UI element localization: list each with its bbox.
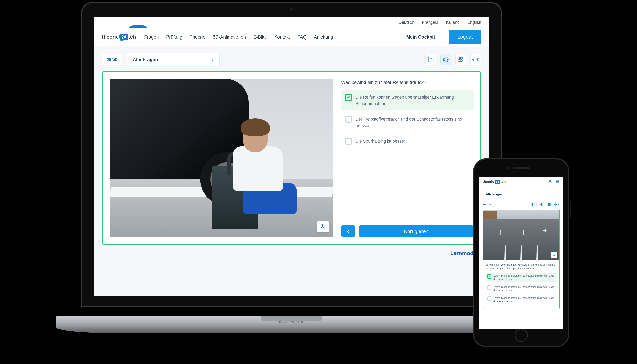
nav-ebike[interactable]: E-Bike	[253, 34, 267, 40]
chevron-right-icon: ›	[212, 56, 214, 62]
submit-button[interactable]: Korrigieren	[359, 226, 473, 237]
checkbox-empty-icon	[345, 116, 352, 123]
mobile-question-body: Lorem ipsum dolor sit amet, consectetur …	[483, 260, 559, 309]
caret-down-icon: ▼	[476, 57, 479, 62]
social-links	[102, 21, 113, 24]
answer-text-1: Die Reifen können wegen übermässiger Erw…	[355, 94, 470, 107]
brand-suffix: .ch	[129, 34, 136, 40]
nav-3d[interactable]: 3D-Animationen	[213, 34, 246, 40]
lang-en[interactable]: English	[467, 20, 481, 25]
brand-badge: 24	[119, 33, 128, 40]
iphone-body: theorie 24 .ch Alle Fragen › 29/150	[473, 158, 569, 347]
checkbox-empty-icon	[487, 296, 491, 301]
mode-label[interactable]: Lernmodus	[94, 245, 489, 262]
mobile-sound-button[interactable]	[538, 202, 544, 207]
chevron-right-icon: ›	[555, 192, 556, 196]
question-text: Was bewirkt ein zu tiefer Reifenluftdruc…	[341, 79, 473, 86]
nav-anleitung[interactable]: Anleitung	[314, 34, 333, 40]
action-row: Korrigieren	[341, 226, 473, 237]
language-switcher: Deutsch Français Italiano English	[399, 20, 481, 25]
question-counter: 29/50	[102, 54, 122, 66]
desktop-app: Deutsch Français Italiano English theori…	[94, 16, 489, 296]
iphone-camera	[506, 166, 509, 169]
macbook-base: MacBook	[56, 316, 527, 334]
previous-question-button[interactable]	[341, 226, 355, 237]
lang-it[interactable]: Italiano	[446, 20, 460, 25]
brand-prefix: theorie	[483, 180, 494, 184]
mobile-answer-2[interactable]: Lorem ipsum dolor sit amet, consectetur …	[486, 284, 557, 294]
answer-text-3: Die Spurhaltung ist besser	[355, 138, 405, 145]
mobile-language-button[interactable]: ▼	[554, 202, 560, 207]
answer-text-2: Der Treibstoffverbrauch und der Schadsto…	[355, 116, 470, 129]
answer-option-1[interactable]: Die Reifen können wegen übermässiger Erw…	[341, 90, 473, 110]
nav-theorie[interactable]: Theorie	[190, 34, 205, 40]
iphone-side-button	[570, 200, 571, 218]
filter-label: Alle Fragen	[133, 57, 158, 62]
mobile-answer-1[interactable]: Lorem ipsum dolor sit amet, consectetur …	[486, 273, 557, 282]
instagram-icon[interactable]	[109, 21, 113, 24]
mobile-header: theorie 24 .ch	[479, 177, 563, 187]
lang-de[interactable]: Deutsch	[399, 20, 414, 25]
brand-logo[interactable]: theorie 24 .ch	[102, 34, 136, 40]
menu-icon[interactable]	[555, 180, 560, 184]
iphone-frame: theorie 24 .ch Alle Fragen › 29/150	[473, 158, 569, 347]
question-answers-panel: Was bewirkt ein zu tiefer Reifenluftdruc…	[341, 79, 473, 237]
mobile-question-counter: 29/150	[483, 203, 529, 206]
brand-prefix: theorie	[102, 34, 119, 40]
nav-faq[interactable]: FAQ	[297, 34, 306, 40]
main-nav: theorie 24 .ch Fragen Prüfung Theorie 3D…	[94, 28, 489, 46]
macbook-notch	[261, 316, 322, 321]
facebook-icon[interactable]	[102, 21, 105, 24]
question-filter-dropdown[interactable]: Alle Fragen ›	[127, 53, 220, 66]
mobile-viewport: theorie 24 .ch Alle Fragen › 29/150	[479, 177, 563, 329]
brand-suffix: .ch	[501, 180, 506, 184]
question-toolbar: 29/50 Alle Fragen › ▼	[94, 46, 489, 71]
help-button[interactable]	[425, 54, 436, 65]
nav-pruefung[interactable]: Prüfung	[166, 34, 182, 40]
macbook-camera	[290, 8, 293, 11]
brand-badge: 24	[495, 180, 500, 184]
checkbox-checked-icon	[487, 274, 491, 278]
mobile-brand-logo[interactable]: theorie 24 .ch	[483, 180, 506, 184]
mobile-filter-label: Alle Fragen	[486, 193, 503, 196]
zoom-image-button[interactable]	[317, 221, 329, 232]
mobile-filter-dropdown[interactable]: Alle Fragen ›	[483, 190, 560, 199]
answer-option-3[interactable]: Die Spurhaltung ist besser	[341, 134, 473, 148]
checkbox-empty-icon	[345, 138, 352, 145]
topbar: Deutsch Français Italiano English	[94, 16, 489, 28]
nav-items: Fragen Prüfung Theorie 3D-Animationen E-…	[144, 34, 398, 40]
question-image	[110, 79, 333, 237]
user-icon[interactable]	[548, 180, 552, 184]
question-image-scene	[110, 79, 333, 237]
language-button[interactable]: ▼	[470, 54, 481, 65]
my-cockpit-link[interactable]: Mein Cockpit	[406, 34, 435, 40]
mobile-zoom-button[interactable]	[551, 252, 557, 258]
macbook-frame: Deutsch Français Italiano English theori…	[81, 2, 502, 334]
mobile-question-card: ↑↑↱ Lorem ipsum dolor sit amet, consecte…	[483, 210, 560, 309]
nav-fragen[interactable]: Fragen	[144, 34, 159, 40]
mobile-answer-text-3: Lorem ipsum dolor sit amet, consectetur …	[493, 296, 555, 303]
mobile-answer-text-2: Lorem ipsum dolor sit amet, consectetur …	[493, 286, 555, 292]
overview-button[interactable]	[455, 54, 466, 65]
tool-icons: ▼	[425, 54, 481, 65]
macbook-bottom-edge	[56, 327, 527, 333]
mobile-answer-text-1: Lorem ipsum dolor sit amet, consectetur …	[493, 274, 555, 281]
mobile-question-text: Lorem ipsum dolor sit amet, consectetur …	[486, 263, 557, 270]
mobile-answer-3[interactable]: Lorem ipsum dolor sit amet, consectetur …	[486, 295, 557, 304]
checkbox-checked-icon	[345, 94, 352, 101]
mobile-header-icons	[548, 180, 560, 184]
mobile-help-button[interactable]	[531, 202, 537, 207]
mobile-overview-button[interactable]	[546, 202, 552, 207]
answer-option-2[interactable]: Der Treibstoffverbrauch und der Schadsto…	[341, 112, 473, 132]
sound-button[interactable]	[440, 54, 451, 65]
question-card: Was bewirkt ein zu tiefer Reifenluftdruc…	[102, 71, 481, 245]
lang-fr[interactable]: Français	[422, 20, 438, 25]
nav-kontakt[interactable]: Kontakt	[274, 34, 290, 40]
mobile-toolbar: 29/150 ▼	[479, 202, 563, 210]
iphone-speaker	[512, 168, 530, 169]
logout-button[interactable]: Logout	[449, 30, 481, 44]
checkbox-empty-icon	[487, 286, 491, 290]
macbook-hinge: MacBook	[56, 316, 527, 327]
iphone-home-button	[515, 329, 528, 342]
macbook-screen-bezel: Deutsch Français Italiano English theori…	[81, 2, 502, 307]
